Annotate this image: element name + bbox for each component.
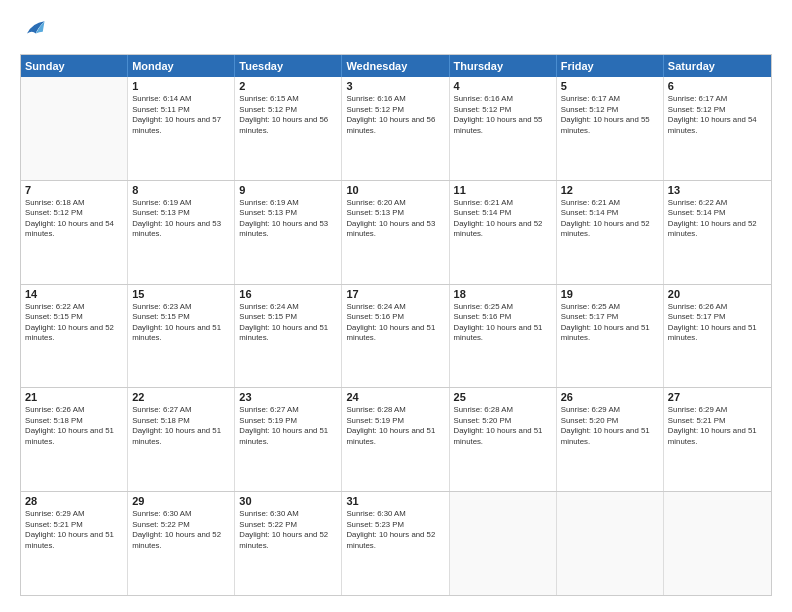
cell-info: Sunrise: 6:18 AMSunset: 5:12 PMDaylight:… xyxy=(25,198,123,240)
calendar-cell xyxy=(21,77,128,180)
calendar-header-cell: Thursday xyxy=(450,55,557,77)
cell-info: Sunrise: 6:28 AMSunset: 5:19 PMDaylight:… xyxy=(346,405,444,447)
cell-info: Sunrise: 6:28 AMSunset: 5:20 PMDaylight:… xyxy=(454,405,552,447)
calendar-header-cell: Saturday xyxy=(664,55,771,77)
calendar-cell: 17Sunrise: 6:24 AMSunset: 5:16 PMDayligh… xyxy=(342,285,449,388)
day-number: 3 xyxy=(346,80,444,92)
cell-info: Sunrise: 6:16 AMSunset: 5:12 PMDaylight:… xyxy=(346,94,444,136)
calendar-cell: 13Sunrise: 6:22 AMSunset: 5:14 PMDayligh… xyxy=(664,181,771,284)
cell-info: Sunrise: 6:21 AMSunset: 5:14 PMDaylight:… xyxy=(561,198,659,240)
calendar-cell: 11Sunrise: 6:21 AMSunset: 5:14 PMDayligh… xyxy=(450,181,557,284)
calendar-body: 1Sunrise: 6:14 AMSunset: 5:11 PMDaylight… xyxy=(21,77,771,595)
day-number: 24 xyxy=(346,391,444,403)
calendar-cell: 22Sunrise: 6:27 AMSunset: 5:18 PMDayligh… xyxy=(128,388,235,491)
day-number: 14 xyxy=(25,288,123,300)
day-number: 18 xyxy=(454,288,552,300)
logo xyxy=(20,16,52,44)
calendar-cell: 19Sunrise: 6:25 AMSunset: 5:17 PMDayligh… xyxy=(557,285,664,388)
day-number: 6 xyxy=(668,80,767,92)
calendar-cell: 18Sunrise: 6:25 AMSunset: 5:16 PMDayligh… xyxy=(450,285,557,388)
cell-info: Sunrise: 6:21 AMSunset: 5:14 PMDaylight:… xyxy=(454,198,552,240)
cell-info: Sunrise: 6:27 AMSunset: 5:18 PMDaylight:… xyxy=(132,405,230,447)
cell-info: Sunrise: 6:15 AMSunset: 5:12 PMDaylight:… xyxy=(239,94,337,136)
calendar-week: 28Sunrise: 6:29 AMSunset: 5:21 PMDayligh… xyxy=(21,492,771,595)
calendar-header-cell: Friday xyxy=(557,55,664,77)
calendar-cell: 7Sunrise: 6:18 AMSunset: 5:12 PMDaylight… xyxy=(21,181,128,284)
day-number: 29 xyxy=(132,495,230,507)
cell-info: Sunrise: 6:22 AMSunset: 5:14 PMDaylight:… xyxy=(668,198,767,240)
calendar-cell: 3Sunrise: 6:16 AMSunset: 5:12 PMDaylight… xyxy=(342,77,449,180)
cell-info: Sunrise: 6:29 AMSunset: 5:21 PMDaylight:… xyxy=(668,405,767,447)
cell-info: Sunrise: 6:30 AMSunset: 5:22 PMDaylight:… xyxy=(132,509,230,551)
day-number: 15 xyxy=(132,288,230,300)
day-number: 11 xyxy=(454,184,552,196)
calendar-cell: 30Sunrise: 6:30 AMSunset: 5:22 PMDayligh… xyxy=(235,492,342,595)
day-number: 1 xyxy=(132,80,230,92)
calendar-cell: 28Sunrise: 6:29 AMSunset: 5:21 PMDayligh… xyxy=(21,492,128,595)
calendar-cell: 26Sunrise: 6:29 AMSunset: 5:20 PMDayligh… xyxy=(557,388,664,491)
day-number: 19 xyxy=(561,288,659,300)
calendar-cell: 12Sunrise: 6:21 AMSunset: 5:14 PMDayligh… xyxy=(557,181,664,284)
day-number: 31 xyxy=(346,495,444,507)
calendar-cell xyxy=(450,492,557,595)
day-number: 25 xyxy=(454,391,552,403)
calendar-week: 7Sunrise: 6:18 AMSunset: 5:12 PMDaylight… xyxy=(21,181,771,285)
calendar-cell: 27Sunrise: 6:29 AMSunset: 5:21 PMDayligh… xyxy=(664,388,771,491)
day-number: 4 xyxy=(454,80,552,92)
cell-info: Sunrise: 6:24 AMSunset: 5:16 PMDaylight:… xyxy=(346,302,444,344)
day-number: 23 xyxy=(239,391,337,403)
cell-info: Sunrise: 6:19 AMSunset: 5:13 PMDaylight:… xyxy=(239,198,337,240)
calendar-week: 1Sunrise: 6:14 AMSunset: 5:11 PMDaylight… xyxy=(21,77,771,181)
cell-info: Sunrise: 6:27 AMSunset: 5:19 PMDaylight:… xyxy=(239,405,337,447)
day-number: 22 xyxy=(132,391,230,403)
calendar-header: SundayMondayTuesdayWednesdayThursdayFrid… xyxy=(21,55,771,77)
calendar-cell: 10Sunrise: 6:20 AMSunset: 5:13 PMDayligh… xyxy=(342,181,449,284)
calendar-cell: 29Sunrise: 6:30 AMSunset: 5:22 PMDayligh… xyxy=(128,492,235,595)
calendar-cell: 1Sunrise: 6:14 AMSunset: 5:11 PMDaylight… xyxy=(128,77,235,180)
page: SundayMondayTuesdayWednesdayThursdayFrid… xyxy=(0,0,792,612)
calendar-cell: 15Sunrise: 6:23 AMSunset: 5:15 PMDayligh… xyxy=(128,285,235,388)
calendar-header-cell: Sunday xyxy=(21,55,128,77)
cell-info: Sunrise: 6:17 AMSunset: 5:12 PMDaylight:… xyxy=(668,94,767,136)
day-number: 30 xyxy=(239,495,337,507)
calendar-cell: 31Sunrise: 6:30 AMSunset: 5:23 PMDayligh… xyxy=(342,492,449,595)
cell-info: Sunrise: 6:26 AMSunset: 5:17 PMDaylight:… xyxy=(668,302,767,344)
day-number: 5 xyxy=(561,80,659,92)
day-number: 8 xyxy=(132,184,230,196)
day-number: 21 xyxy=(25,391,123,403)
cell-info: Sunrise: 6:25 AMSunset: 5:17 PMDaylight:… xyxy=(561,302,659,344)
cell-info: Sunrise: 6:14 AMSunset: 5:11 PMDaylight:… xyxy=(132,94,230,136)
day-number: 27 xyxy=(668,391,767,403)
cell-info: Sunrise: 6:22 AMSunset: 5:15 PMDaylight:… xyxy=(25,302,123,344)
day-number: 2 xyxy=(239,80,337,92)
calendar-week: 14Sunrise: 6:22 AMSunset: 5:15 PMDayligh… xyxy=(21,285,771,389)
calendar-header-cell: Monday xyxy=(128,55,235,77)
calendar-cell: 4Sunrise: 6:16 AMSunset: 5:12 PMDaylight… xyxy=(450,77,557,180)
cell-info: Sunrise: 6:16 AMSunset: 5:12 PMDaylight:… xyxy=(454,94,552,136)
day-number: 12 xyxy=(561,184,659,196)
cell-info: Sunrise: 6:24 AMSunset: 5:15 PMDaylight:… xyxy=(239,302,337,344)
cell-info: Sunrise: 6:19 AMSunset: 5:13 PMDaylight:… xyxy=(132,198,230,240)
calendar-cell xyxy=(557,492,664,595)
calendar-cell: 5Sunrise: 6:17 AMSunset: 5:12 PMDaylight… xyxy=(557,77,664,180)
day-number: 7 xyxy=(25,184,123,196)
calendar: SundayMondayTuesdayWednesdayThursdayFrid… xyxy=(20,54,772,596)
calendar-cell: 2Sunrise: 6:15 AMSunset: 5:12 PMDaylight… xyxy=(235,77,342,180)
calendar-cell: 16Sunrise: 6:24 AMSunset: 5:15 PMDayligh… xyxy=(235,285,342,388)
cell-info: Sunrise: 6:30 AMSunset: 5:23 PMDaylight:… xyxy=(346,509,444,551)
cell-info: Sunrise: 6:30 AMSunset: 5:22 PMDaylight:… xyxy=(239,509,337,551)
calendar-cell: 20Sunrise: 6:26 AMSunset: 5:17 PMDayligh… xyxy=(664,285,771,388)
calendar-cell: 6Sunrise: 6:17 AMSunset: 5:12 PMDaylight… xyxy=(664,77,771,180)
day-number: 20 xyxy=(668,288,767,300)
cell-info: Sunrise: 6:26 AMSunset: 5:18 PMDaylight:… xyxy=(25,405,123,447)
day-number: 16 xyxy=(239,288,337,300)
calendar-cell: 9Sunrise: 6:19 AMSunset: 5:13 PMDaylight… xyxy=(235,181,342,284)
calendar-cell xyxy=(664,492,771,595)
calendar-header-cell: Wednesday xyxy=(342,55,449,77)
cell-info: Sunrise: 6:29 AMSunset: 5:20 PMDaylight:… xyxy=(561,405,659,447)
calendar-cell: 14Sunrise: 6:22 AMSunset: 5:15 PMDayligh… xyxy=(21,285,128,388)
calendar-header-cell: Tuesday xyxy=(235,55,342,77)
day-number: 28 xyxy=(25,495,123,507)
calendar-cell: 8Sunrise: 6:19 AMSunset: 5:13 PMDaylight… xyxy=(128,181,235,284)
calendar-cell: 24Sunrise: 6:28 AMSunset: 5:19 PMDayligh… xyxy=(342,388,449,491)
